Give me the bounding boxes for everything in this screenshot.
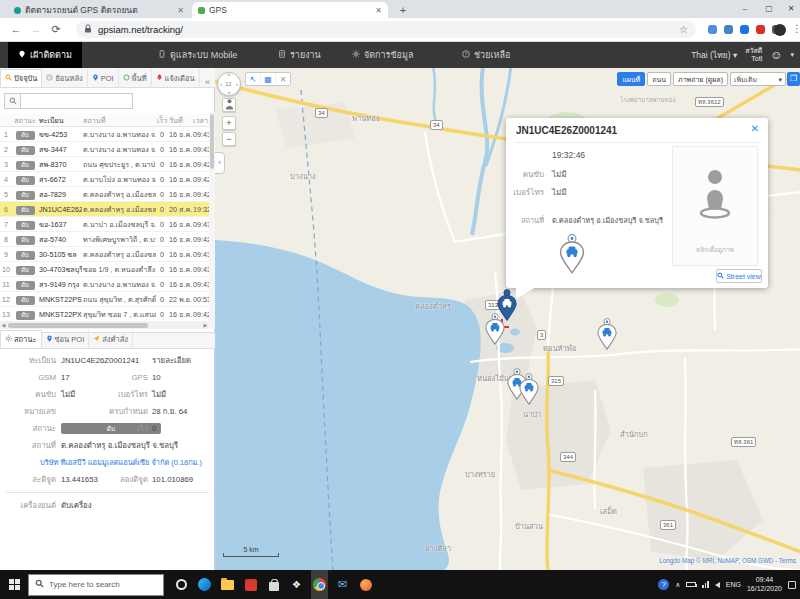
sidebar-tab-2[interactable]: ย้อนหลัง <box>42 69 87 87</box>
panel-tab-1[interactable]: สถานะ <box>0 330 42 348</box>
battery-icon[interactable] <box>686 582 696 587</box>
sidebar-tab-1[interactable]: ปัจจุบัน <box>0 69 42 87</box>
browser-menu-icon[interactable]: ⋮ <box>792 23 800 34</box>
vehicle-date: 16 ธ.ค. <box>168 172 192 186</box>
panel-tab-2[interactable]: ซ่อน POI <box>42 330 90 348</box>
pan-up-icon[interactable]: ˄ <box>227 72 231 78</box>
browser-tab-1[interactable]: ติดตามรถยนต์ GPS ติดรถยนต ✕ <box>8 2 190 18</box>
table-row[interactable]: 11ดับสร-9149 กรุงต.บางนาง อ.พานทอง จ.ชลบ… <box>0 277 215 292</box>
popup-close-icon[interactable]: ✕ <box>751 123 759 134</box>
nav-item-3[interactable]: รายงาน <box>268 42 331 68</box>
table-row[interactable]: 4ดับสร-6672ต.มาบโป่ง อ.พานทอง จ.ชลบุ016 … <box>0 172 215 187</box>
layers-dropdown[interactable]: เพิ่มเติม▾ <box>730 72 786 86</box>
map-cursor-tool-icon[interactable]: ↖ <box>246 73 261 85</box>
table-row[interactable]: 1ดับขข-4253ต.บางนาง อ.พานทอง จ.ชลบุ016 ธ… <box>0 127 215 142</box>
window-close-button[interactable]: ✕ <box>782 2 800 16</box>
fullscreen-button[interactable]: ❐ <box>787 72 800 86</box>
new-tab-button[interactable]: + <box>396 3 410 17</box>
start-button[interactable] <box>0 570 28 599</box>
map-pan-control[interactable]: ˄ ˅ ‹ › 12 <box>217 72 241 96</box>
table-horizontal-scrollbar[interactable]: ◀ ▶ <box>0 322 209 329</box>
table-row[interactable]: 8ดับสอ-5740ทางพิเศษบูรพาวิถี , ต.บางโฉ01… <box>0 232 215 247</box>
search-input[interactable] <box>21 93 133 109</box>
extension-opera-icon[interactable] <box>740 25 749 34</box>
taskbar-clock[interactable]: 09:44 16/12/2020 <box>747 576 782 594</box>
taskbar-search[interactable]: Type here to search <box>28 574 164 596</box>
panel-tab-3[interactable]: ส่งคำสั่ง <box>89 330 133 348</box>
edge-icon[interactable] <box>196 570 213 599</box>
reload-icon[interactable]: ⟳ <box>48 23 64 36</box>
dropbox-icon[interactable]: ❖ <box>288 570 305 599</box>
selected-vehicle-marker[interactable] <box>496 289 518 323</box>
extension-translate-icon[interactable] <box>724 25 733 34</box>
action-center-icon[interactable] <box>788 581 796 589</box>
tray-chevron-icon[interactable]: ∧ <box>675 581 680 589</box>
table-row[interactable]: 2ดับสข-3447ต.บางนาง อ.พานทอง จ.ชลบุ016 ธ… <box>0 142 215 157</box>
forward-icon[interactable]: → <box>28 23 44 35</box>
pan-right-icon[interactable]: › <box>236 81 238 87</box>
browser-tab-2[interactable]: GPS ✕ <box>192 2 388 18</box>
layer-button-2[interactable]: ถนน <box>647 72 671 86</box>
layer-button-1[interactable]: แผนที่ <box>617 72 645 86</box>
sidebar-collapse-icon[interactable]: « <box>200 77 215 87</box>
table-row[interactable]: 12ดับMNKST22PS(ถนน สุขุมวิท , ต.สุรศักดิ… <box>0 292 215 307</box>
map-tool-close-icon[interactable]: ✕ <box>276 73 290 85</box>
store-bag-icon[interactable] <box>265 570 282 599</box>
tray-help-icon[interactable]: ? <box>658 579 669 590</box>
vehicle-marker[interactable] <box>518 373 540 407</box>
extension-pdf-icon[interactable] <box>756 25 765 34</box>
bookmark-star-icon[interactable]: ☆ <box>679 24 688 35</box>
scroll-right-icon[interactable]: ▶ <box>202 322 209 329</box>
street-view-button[interactable]: Street view <box>716 269 762 283</box>
sidebar-tab-4[interactable]: พื้นที่ <box>119 69 152 87</box>
user-menu-caret-icon[interactable]: ▾ <box>790 51 794 59</box>
table-row[interactable]: 7ดับขอ-1637ต.นาป่า อ.เมืองชลบุรี จ.ชลบุ0… <box>0 217 215 232</box>
zoom-level: 12 <box>225 81 232 87</box>
nav-item-5[interactable]: ?ช่วยเหลือ <box>452 42 520 68</box>
table-row[interactable]: 10ดับ30-4703ชลบุรีซอย 1/9 , ต.หนองตำลึง … <box>0 262 215 277</box>
profile-avatar[interactable] <box>774 24 786 36</box>
popup-location-value: ต.คลองตำหรุ อ.เมืองชลบุรี จ.ชลบุรี <box>552 216 663 225</box>
table-row[interactable]: 6ดับJN1UC4E26Zต.คลองตำหรุ อ.เมืองชลบุรี … <box>0 202 215 217</box>
volume-icon[interactable] <box>715 582 720 588</box>
window-minimize-button[interactable]: – <box>736 2 754 16</box>
table-row[interactable]: 9ดับ30-5105 ชลต.คลองตำหรุ อ.เมืองชลบุรี … <box>0 247 215 262</box>
cortana-icon[interactable] <box>173 570 190 599</box>
nav-item-2[interactable]: ดูแลระบบ Mobile <box>148 42 247 68</box>
table-row[interactable]: 3ดับสพ-8370ถนน ศุขประยูร , ต.นาป่า อ.เมื… <box>0 157 215 172</box>
layer-button-3[interactable]: ภาพถ่าย (ดูผล) <box>673 72 728 86</box>
pegman-control[interactable] <box>222 98 236 112</box>
sidebar-tab-5[interactable]: แจ้งเตือน <box>152 69 200 87</box>
address-bar[interactable]: gpsiam.net/tracking/ ☆ <box>76 21 696 38</box>
pan-left-icon[interactable]: ‹ <box>220 81 222 87</box>
pan-down-icon[interactable]: ˅ <box>227 90 231 96</box>
mail-icon[interactable]: ✉ <box>334 570 351 599</box>
nav-item-1[interactable]: เฝ้าติดตาม <box>8 42 82 68</box>
user-avatar-icon[interactable]: ☺ <box>770 48 782 62</box>
sidebar-collapse-handle[interactable]: ‹ <box>215 152 225 174</box>
sidebar-tab-3[interactable]: POI <box>88 69 119 87</box>
window-maximize-button[interactable]: ▢ <box>760 2 778 16</box>
zoom-out-button[interactable]: − <box>222 132 236 146</box>
extension-circle-icon[interactable] <box>708 25 717 34</box>
file-explorer-icon[interactable] <box>219 570 236 599</box>
nav-item-4[interactable]: จัดการข้อมูล <box>342 42 423 68</box>
app-orange-icon[interactable] <box>357 570 374 599</box>
input-language[interactable]: ENG <box>726 581 741 588</box>
network-icon[interactable] <box>702 581 709 588</box>
app-red-icon[interactable] <box>242 570 259 599</box>
back-icon[interactable]: ← <box>8 23 24 35</box>
chrome-icon[interactable] <box>311 570 328 599</box>
search-icon[interactable] <box>4 93 21 109</box>
nearest-poi-link[interactable]: บริษัท ทีเอสบีวี แอมมูเลตแอนด์เซีย จำกัด… <box>40 454 202 471</box>
language-selector[interactable]: Thai (ไทย) ▾ <box>691 48 737 62</box>
zoom-in-button[interactable]: + <box>222 116 236 130</box>
scroll-left-icon[interactable]: ◀ <box>0 322 7 329</box>
street-view-preview-box[interactable]: คลิกเพื่อดูภาพ <box>672 146 758 266</box>
table-row[interactable]: 5ดับสอ-7829ต.คลองตำหรุ อ.เมืองชลบุรี จ01… <box>0 187 215 202</box>
map-layers-tool-icon[interactable]: ▦ <box>261 73 276 85</box>
vehicle-marker[interactable] <box>596 318 618 352</box>
tab1-close-icon[interactable]: ✕ <box>177 6 184 15</box>
table-row[interactable]: 13ดับMNKST22PX(สุขุมวิท ซอย 7 , ต.แสนสุข… <box>0 307 215 322</box>
tab2-close-icon[interactable]: ✕ <box>375 6 382 15</box>
